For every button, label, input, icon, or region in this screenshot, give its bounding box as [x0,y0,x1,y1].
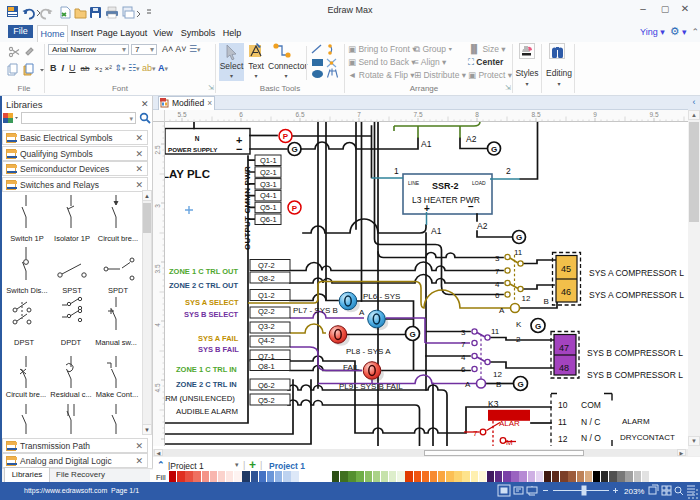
svg-text:7.5: 7.5 [413,111,422,118]
svg-text:ALAR: ALAR [499,419,520,428]
svg-text:SYS A COMPRESSOR L: SYS A COMPRESSOR L [589,290,684,300]
svg-text:3: 3 [495,254,500,263]
svg-text:N: N [195,135,200,142]
svg-text:K: K [516,320,522,329]
svg-text:Isolator 1P: Isolator 1P [54,234,90,243]
svg-text:PL8 - SYS A: PL8 - SYS A [346,347,391,356]
svg-text:G: G [291,145,297,154]
svg-text:3: 3 [154,204,161,208]
svg-text:Make Cont...: Make Cont... [96,390,139,399]
svg-text:G: G [409,330,415,339]
svg-text:SYS B COMPRESSOR L: SYS B COMPRESSOR L [587,348,683,358]
svg-text:−: − [468,201,474,212]
svg-text:203%: 203% [624,487,644,496]
svg-text:47: 47 [559,343,569,353]
svg-text:LAY PLC: LAY PLC [165,168,210,180]
svg-text:SYS A COMPRESSOR L: SYS A COMPRESSOR L [589,268,684,278]
svg-text:B: B [496,380,501,389]
svg-text:LOAD: LOAD [472,180,486,186]
svg-text:FAIL: FAIL [343,363,360,372]
svg-text:12: 12 [558,434,568,444]
svg-text:Manual sw...: Manual sw... [95,338,137,347]
svg-text:Q2-1: Q2-1 [260,168,277,177]
svg-text:A2: A2 [477,221,488,231]
svg-text:Q6-2: Q6-2 [258,381,275,390]
svg-text:Q7-2: Q7-2 [258,261,275,270]
svg-text:Q4-1: Q4-1 [260,191,277,200]
svg-text:9: 9 [593,111,597,118]
svg-text:SYS B SELECT: SYS B SELECT [184,310,239,319]
svg-text:Q8-2: Q8-2 [258,274,275,283]
svg-text:SYS A FAIL: SYS A FAIL [198,334,239,343]
svg-text:4: 4 [461,353,466,362]
svg-text:N / O: N / O [581,433,601,443]
svg-text:AUDIBLE ALARM: AUDIBLE ALARM [176,407,238,416]
svg-text:10: 10 [558,400,568,410]
svg-text:+: + [424,203,430,214]
svg-text:ZONE 1 C TRL OUT: ZONE 1 C TRL OUT [169,267,238,276]
svg-text:Switch Dis...: Switch Dis... [6,286,47,295]
svg-text:8.5: 8.5 [531,111,540,118]
svg-text:Q1-2: Q1-2 [258,291,275,300]
svg-text:3.5: 3.5 [154,264,161,273]
svg-text:N / C: N / C [581,417,600,427]
svg-text:ZONE 2 C TRL OUT: ZONE 2 C TRL OUT [169,281,238,290]
svg-text:9.5: 9.5 [649,111,658,118]
svg-text:4: 4 [154,323,161,327]
svg-text:SPST: SPST [62,286,82,295]
svg-text:OUTPUT CMMN PWR: OUTPUT CMMN PWR [243,166,252,250]
svg-text:SYS B COMPRESSOR L: SYS B COMPRESSOR L [587,370,683,380]
svg-text:Q6-1: Q6-1 [260,215,277,224]
svg-text:7: 7 [357,111,361,118]
svg-text:48: 48 [559,363,569,373]
svg-text:ARM (UNSILENCED): ARM (UNSILENCED) [165,394,235,403]
svg-text:ZONE 2 C TRL IN: ZONE 2 C TRL IN [176,380,237,389]
svg-text:COM: COM [581,400,601,410]
svg-text:SPDT: SPDT [108,286,128,295]
svg-text:DPDT: DPDT [61,338,82,347]
svg-text:B: B [544,297,549,306]
svg-text:6: 6 [239,111,243,118]
svg-text:−: − [236,143,242,155]
svg-text:6: 6 [495,291,500,300]
svg-text:12: 12 [522,294,531,303]
svg-text:4: 4 [495,280,500,289]
svg-text:A: A [465,380,471,389]
svg-text:Q5-2: Q5-2 [258,396,275,405]
svg-text:ALARM: ALARM [622,417,650,426]
svg-text:Switch 1P: Switch 1P [10,234,43,243]
svg-text:Q2-2: Q2-2 [258,307,275,316]
svg-text:Q3-2: Q3-2 [258,322,275,331]
svg-text:G: G [535,322,541,331]
svg-text:A: A [499,306,505,315]
svg-text:5.5: 5.5 [177,111,186,118]
svg-text:2.5: 2.5 [154,145,161,154]
svg-text:12: 12 [493,370,502,379]
svg-text:DPST: DPST [14,338,34,347]
svg-text:G: G [517,380,523,389]
svg-text:Circuit bre...: Circuit bre... [98,234,138,243]
svg-text:A2: A2 [466,134,477,144]
svg-text:Q8-1: Q8-1 [258,362,275,371]
svg-text:G: G [491,145,497,154]
svg-text:6: 6 [461,365,466,374]
svg-text:SSR-2: SSR-2 [432,181,459,191]
svg-text:8: 8 [475,111,479,118]
svg-text:G: G [516,233,522,242]
svg-text:SYS A SELECT: SYS A SELECT [185,298,239,307]
svg-text:PL6 - SYS: PL6 - SYS [363,292,400,301]
svg-text:2: 2 [516,335,521,344]
svg-text:Q1-1: Q1-1 [260,156,277,165]
svg-text:4.5: 4.5 [154,383,161,392]
svg-text:3: 3 [461,328,466,337]
svg-text:K3: K3 [488,399,499,409]
svg-text:DRYCONTACT: DRYCONTACT [620,433,675,442]
svg-text:11: 11 [558,417,567,427]
svg-text:6.5: 6.5 [295,111,304,118]
svg-text:P: P [292,204,298,213]
svg-text:Q7-1: Q7-1 [258,352,275,361]
svg-text:Q4-2: Q4-2 [258,336,275,345]
svg-text:ZONE 1 C TRL IN: ZONE 1 C TRL IN [176,365,237,374]
svg-text:46: 46 [561,287,571,297]
svg-text:2: 2 [506,166,511,176]
